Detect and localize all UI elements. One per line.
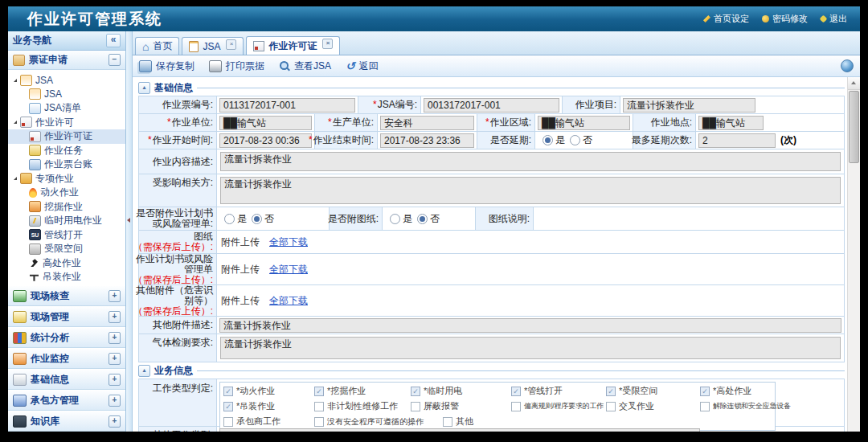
tree-item-pipeline-open[interactable]: SU 管线打开 xyxy=(8,228,125,243)
expand-button[interactable]: + xyxy=(108,311,121,323)
work-unit-input[interactable]: ██输气站 xyxy=(219,116,312,130)
checkbox-checked-icon[interactable] xyxy=(223,402,233,411)
tree-item-work-task[interactable]: 作业任务 xyxy=(8,144,125,158)
expand-button[interactable]: + xyxy=(108,332,121,344)
tree-item-excavation[interactable]: 挖掘作业 xyxy=(8,200,125,215)
tree-item-temp-electric[interactable]: 临时用电作业 xyxy=(8,214,125,228)
tab-work-permit[interactable]: 作业许可证 × xyxy=(246,36,340,55)
checkbox-unchecked-icon[interactable] xyxy=(443,417,452,427)
expand-button[interactable]: + xyxy=(108,374,121,386)
other-work-type-input[interactable] xyxy=(219,428,700,432)
caret-expanded-icon[interactable] xyxy=(14,177,17,180)
radio-no[interactable] xyxy=(417,214,428,224)
panel-ticket-apply[interactable]: 票证申请 − xyxy=(8,51,125,70)
radio-no[interactable] xyxy=(570,135,580,145)
accordion-statistics[interactable]: 统计分析 + xyxy=(8,327,125,348)
checkbox-checked-icon[interactable] xyxy=(411,387,420,396)
help-icon[interactable] xyxy=(841,59,854,72)
tree-item-lifting[interactable]: 吊装作业 xyxy=(8,270,125,284)
checkbox-checked-icon[interactable] xyxy=(314,387,324,396)
tree-item-special-group[interactable]: 专项作业 xyxy=(8,172,125,186)
prod-unit-input[interactable]: 安全科 xyxy=(380,116,474,130)
checkbox-item[interactable]: 屏蔽报警 xyxy=(411,399,511,414)
tree-item-hot-work[interactable]: 动火作业 xyxy=(8,186,125,200)
close-tab-icon[interactable]: × xyxy=(322,39,333,49)
checkbox-item[interactable]: *吊装作业 xyxy=(223,399,314,414)
radio-no[interactable] xyxy=(252,214,262,224)
collapse-panel-button[interactable]: − xyxy=(108,54,121,66)
collapse-sidebar-button[interactable]: « xyxy=(106,34,121,47)
project-input[interactable]: 流量计拆装作业 xyxy=(623,98,755,113)
work-place-input[interactable]: ██输气站 xyxy=(698,116,764,130)
tree-item-confined-space[interactable]: 受限空间 xyxy=(8,242,125,256)
checkbox-item[interactable]: *挖掘作业 xyxy=(314,383,411,399)
accordion-knowledge[interactable]: 知识库 + xyxy=(8,411,125,432)
checkbox-item[interactable]: 偏离规则/程序要求的工作 xyxy=(511,399,606,414)
affected-party-textarea[interactable]: 流量计拆装作业 xyxy=(220,177,841,204)
accordion-base-info[interactable]: 基础信息 + xyxy=(8,369,125,390)
tree-item-jsa-list[interactable]: JSA清单 xyxy=(8,101,125,116)
scrollbar-thumb[interactable] xyxy=(849,91,859,163)
view-jsa-button[interactable]: 查看JSA xyxy=(279,59,331,73)
tree-item-ticket-ledger[interactable]: 作业票台账 xyxy=(8,158,125,172)
scroll-up-button[interactable] xyxy=(848,77,860,90)
logout-link[interactable]: 退出 xyxy=(821,13,847,25)
checkbox-checked-icon[interactable] xyxy=(511,387,521,396)
radio-yes[interactable] xyxy=(542,135,553,145)
accordion-monitor[interactable]: 作业监控 + xyxy=(8,348,125,369)
vertical-scrollbar[interactable] xyxy=(847,77,860,432)
checkbox-unchecked-icon[interactable] xyxy=(606,402,616,411)
collapse-section-icon[interactable]: ▴ xyxy=(138,365,150,377)
splitter[interactable] xyxy=(126,31,133,432)
checkbox-item[interactable]: 解除连锁和安全应急设备 xyxy=(700,399,772,414)
checkbox-unchecked-icon[interactable] xyxy=(314,417,324,427)
checkbox-unchecked-icon[interactable] xyxy=(223,417,233,427)
max-delay-input[interactable]: 2 xyxy=(698,133,776,148)
checkbox-unchecked-icon[interactable] xyxy=(411,402,420,411)
expand-button[interactable]: + xyxy=(108,290,121,302)
download-all-link[interactable]: 全部下载 xyxy=(269,294,308,308)
caret-expanded-icon[interactable] xyxy=(14,121,17,124)
tree-item-jsa[interactable]: JSA xyxy=(8,88,125,102)
checkbox-unchecked-icon[interactable] xyxy=(511,402,521,411)
checkbox-item[interactable]: *动火作业 xyxy=(223,383,314,399)
checkbox-checked-icon[interactable] xyxy=(700,387,710,396)
print-ticket-button[interactable]: 打印票据 xyxy=(209,59,264,73)
download-all-link[interactable]: 全部下载 xyxy=(269,263,308,276)
home-settings-link[interactable]: 首页设定 xyxy=(703,13,749,25)
checkbox-unchecked-icon[interactable] xyxy=(314,402,324,411)
tree-item-work-permit[interactable]: 作业许可证 xyxy=(8,129,125,144)
expand-button[interactable]: + xyxy=(108,353,121,365)
tree-item-work-at-height[interactable]: 高处作业 xyxy=(8,256,125,271)
gas-test-textarea[interactable]: 流量计拆装作业 xyxy=(220,337,841,359)
checkbox-item[interactable]: 非计划性维修工作 xyxy=(314,399,411,414)
tab-jsa[interactable]: JSA × xyxy=(182,37,244,55)
work-area-input[interactable]: ██输气站 xyxy=(538,116,630,130)
checkbox-item[interactable]: *受限空间 xyxy=(606,383,700,399)
accordion-contractor[interactable]: 承包方管理 + xyxy=(8,390,125,411)
other-attach-desc-input[interactable]: 流量计拆装作业 xyxy=(219,318,841,333)
ticket-no-input[interactable]: 0113172017-001 xyxy=(219,98,355,113)
tree-item-permit-group[interactable]: 作业许可 xyxy=(8,116,125,130)
checkbox-item[interactable]: *高处作业 xyxy=(700,383,772,399)
checkbox-item[interactable]: 交叉作业 xyxy=(606,399,700,414)
start-time-input[interactable]: 2017-08-23 00:36 xyxy=(219,133,312,148)
upload-attachment-button[interactable]: 附件上传 xyxy=(221,263,260,276)
checkbox-item[interactable]: *临时用电 xyxy=(411,383,511,399)
back-button[interactable]: ↺ 返回 xyxy=(346,59,379,73)
content-desc-textarea[interactable]: 流量计拆装作业 xyxy=(220,152,841,171)
jsa-no-input[interactable]: 0013172017-001 xyxy=(424,98,559,113)
collapse-section-icon[interactable]: ▴ xyxy=(138,82,150,94)
checkbox-unchecked-icon[interactable] xyxy=(700,402,710,411)
accordion-site-check[interactable]: 现场核查 + xyxy=(8,285,125,306)
expand-button[interactable]: + xyxy=(108,415,121,428)
expand-button[interactable]: + xyxy=(108,395,121,407)
end-time-input[interactable]: 2017-08-23 23:36 xyxy=(380,133,474,148)
change-password-link[interactable]: 密码修改 xyxy=(762,13,808,25)
tree-item-jsa-group[interactable]: JSA xyxy=(8,73,125,88)
download-all-link[interactable]: 全部下载 xyxy=(269,235,308,249)
checkbox-checked-icon[interactable] xyxy=(606,387,616,396)
checkbox-checked-icon[interactable] xyxy=(223,387,233,396)
tab-home[interactable]: ⌂ 首页 xyxy=(135,37,179,55)
close-tab-icon[interactable]: × xyxy=(226,39,236,50)
